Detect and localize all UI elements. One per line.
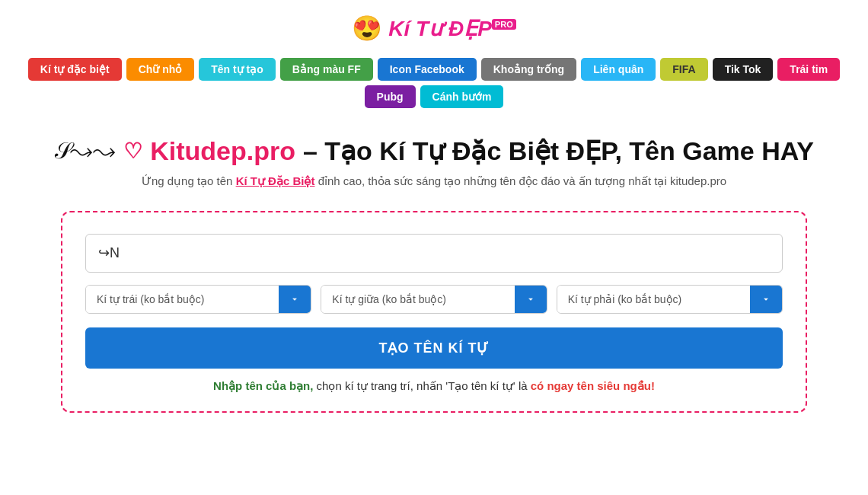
dropdown-mid[interactable]: Kí tự giữa (ko bắt buộc): [321, 286, 514, 313]
dropdown-right-btn[interactable]: [750, 286, 782, 313]
logo-pro-badge: PRO: [492, 19, 516, 30]
nav-ten-tu-tao[interactable]: Tên tự tạo: [199, 58, 276, 81]
create-button[interactable]: TẠO TÊN KÍ TỰ: [85, 327, 783, 369]
nav-canh-buom[interactable]: Cánh bướm: [420, 85, 504, 108]
hero-heart: ♡: [123, 139, 142, 164]
hint-green: Nhập tên của bạn,: [213, 379, 313, 392]
dropdown-right[interactable]: Kí tự phải (ko bắt buộc): [557, 286, 750, 313]
navbar: Kí tự đặc biệt Chữ nhỏ Tên tự tạo Bảng m…: [0, 52, 868, 117]
chevron-down-icon: [761, 294, 771, 305]
nav-chu-nho[interactable]: Chữ nhỏ: [126, 58, 195, 81]
logo: 😍 Kí Tư ĐẸPPRO: [352, 14, 515, 43]
nav-lien-quan[interactable]: Liên quân: [581, 58, 656, 81]
hero-sub-suffix: đỉnh cao, thỏa sức sáng tạo những tên độ…: [314, 174, 726, 187]
hero-sub-prefix: Ứng dụng tạo tên: [142, 174, 236, 187]
hero-title: 𝒮↝↝ ♡ Kitudep.pro – Tạo Kí Tự Đặc Biệt Đ…: [30, 136, 838, 167]
dropdown-left-wrap: Kí tự trái (ko bắt buộc): [85, 285, 311, 314]
chevron-down-icon: [525, 294, 536, 305]
nav-khoang-trong[interactable]: Khoảng trống: [481, 58, 576, 81]
toolbox: Kí tự trái (ko bắt buộc) Kí tự giữa (ko …: [61, 211, 807, 413]
dropdown-left[interactable]: Kí tự trái (ko bắt buộc): [86, 286, 279, 313]
dropdown-mid-wrap: Kí tự giữa (ko bắt buộc): [321, 285, 547, 314]
hero-brand: Kitudep.pro: [150, 136, 295, 167]
logo-dep: ĐẸP: [448, 17, 492, 40]
chevron-down-icon: [289, 294, 300, 305]
nav-icon-facebook[interactable]: Icon Facebook: [378, 58, 477, 81]
nav-pubg[interactable]: Pubg: [365, 85, 416, 108]
dropdown-right-wrap: Kí tự phải (ko bắt buộc): [557, 285, 783, 314]
hero-section: 𝒮↝↝ ♡ Kitudep.pro – Tạo Kí Tự Đặc Biệt Đ…: [0, 117, 868, 196]
nav-fifa[interactable]: FIFA: [660, 58, 707, 81]
dropdown-mid-btn[interactable]: [515, 286, 547, 313]
hint-red: có ngay tên siêu ngầu!: [531, 379, 655, 392]
name-input[interactable]: [85, 234, 783, 273]
nav-bang-mau-ff[interactable]: Bảng màu FF: [280, 58, 373, 81]
hero-subtitle: Ứng dụng tạo tên Kí Tự Đặc Biệt đỉnh cao…: [30, 174, 838, 188]
nav-ki-tu-dac-biet[interactable]: Kí tự đặc biệt: [28, 58, 122, 81]
hint-normal: chọn kí tự trang trí, nhấn 'Tạo tên kí t…: [317, 379, 531, 392]
hero-sub-highlight: Kí Tự Đặc Biệt: [236, 174, 315, 187]
logo-emoji: 😍: [352, 14, 382, 43]
dropdown-left-btn[interactable]: [279, 286, 311, 313]
nav-trai-tim[interactable]: Trái tim: [777, 58, 840, 81]
dropdowns-row: Kí tự trái (ko bắt buộc) Kí tự giữa (ko …: [85, 285, 783, 314]
nav-tik-tok[interactable]: Tik Tok: [713, 58, 774, 81]
logo-text: Kí Tư ĐẸPPRO: [388, 16, 515, 41]
hero-title-main: – Tạo Kí Tự Đặc Biệt ĐẸP, Tên Game HAY: [303, 136, 814, 167]
hero-deco: 𝒮↝↝: [54, 137, 116, 164]
hint-text: Nhập tên của bạn, chọn kí tự trang trí, …: [85, 379, 783, 393]
header: 😍 Kí Tư ĐẸPPRO: [0, 0, 868, 52]
logo-ki: Kí Tư: [388, 17, 442, 40]
